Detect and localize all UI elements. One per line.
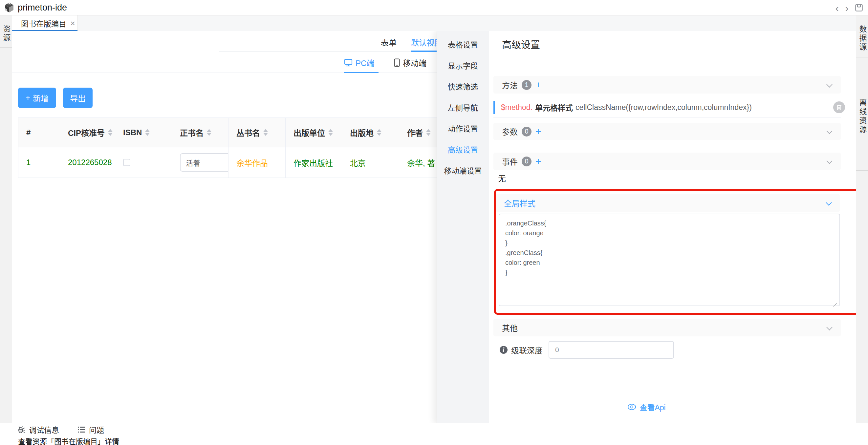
other-label: 其他	[502, 322, 518, 333]
sort-icon[interactable]	[207, 129, 211, 136]
menu-item-left-nav[interactable]: 左侧导航	[437, 97, 489, 118]
status-text: 查看资源「图书在版编目」详情	[18, 436, 119, 445]
sort-icon[interactable]	[263, 129, 268, 136]
add-method-button[interactable]: +	[535, 80, 541, 90]
global-style-label: 全局样式	[504, 197, 535, 209]
cell-isbn	[115, 147, 172, 178]
trash-icon	[836, 104, 842, 110]
menu-item-mobile-settings[interactable]: 移动端设置	[437, 160, 489, 181]
events-empty-text: 无	[498, 172, 506, 184]
add-event-button[interactable]: +	[535, 157, 541, 166]
tab-form[interactable]: 表单	[381, 36, 397, 48]
cascade-depth-label: 级联深度	[511, 344, 542, 356]
params-section-header[interactable]: 参数 0 +	[493, 123, 841, 140]
back-icon[interactable]: ‹	[835, 2, 839, 13]
device-toggle-row: PC端 移动端	[12, 52, 449, 73]
view-tabs: 表单 默认视图	[12, 34, 449, 52]
info-icon	[499, 346, 508, 354]
left-rail: 资源	[0, 15, 12, 423]
export-button-label: 导出	[70, 92, 86, 104]
problems-button[interactable]: 问题	[77, 424, 104, 435]
sort-icon[interactable]	[108, 129, 113, 136]
rail-tab-offline[interactable]: 离线资源	[856, 57, 868, 171]
view-api-link[interactable]: 查看Api	[437, 401, 856, 413]
app-logo-icon	[4, 2, 14, 13]
chevron-down-icon	[826, 199, 832, 205]
monitor-icon	[344, 59, 352, 67]
menu-item-action-settings[interactable]: 动作设置	[437, 118, 489, 139]
chevron-down-icon	[826, 82, 832, 87]
debug-info-button[interactable]: 调试信息	[17, 424, 59, 435]
titlebar-actions: ‹ ›	[835, 0, 863, 15]
cell-series: 余华作品	[228, 147, 286, 178]
method-item-bar	[493, 101, 495, 114]
table-header-row: # CIP核准号 ISBN 正书名 丛书名	[19, 118, 503, 147]
bottom-toolbar: 调试信息 问题	[0, 423, 868, 436]
column-header-series[interactable]: 丛书名	[228, 118, 286, 147]
export-button[interactable]: 导出	[63, 88, 93, 108]
bug-icon	[17, 425, 26, 434]
add-button-label: 新增	[33, 92, 49, 104]
cell-title	[172, 147, 228, 178]
eye-icon	[627, 403, 636, 411]
add-button[interactable]: + 新增	[18, 88, 56, 108]
list-icon	[77, 426, 86, 434]
column-header-title[interactable]: 正书名	[172, 118, 228, 147]
methods-count-badge: 1	[522, 80, 531, 90]
other-section-header[interactable]: 其他	[493, 319, 841, 337]
device-toggle-pc[interactable]: PC端	[344, 57, 374, 68]
global-style-section-header[interactable]: 全局样式	[495, 194, 840, 212]
delete-method-button[interactable]	[833, 101, 845, 113]
titlebar: primeton-ide ‹ ›	[0, 0, 868, 15]
column-header-isbn[interactable]: ISBN	[115, 118, 172, 147]
sort-icon[interactable]	[426, 129, 431, 136]
editor-tab-label: 图书在版编目	[21, 18, 66, 29]
menu-item-quick-filter[interactable]: 快速筛选	[437, 76, 489, 97]
save-icon[interactable]	[855, 3, 863, 12]
device-active-underline	[344, 72, 378, 73]
editor-tab-active-bar	[12, 30, 78, 31]
method-item[interactable]: $method. 单元格样式 cellClassName({row,rowInd…	[493, 99, 841, 116]
cascade-depth-input[interactable]	[549, 341, 674, 359]
methods-section-header[interactable]: 方法 1 +	[493, 76, 841, 94]
rail-tab-resources[interactable]: 资源	[0, 15, 12, 47]
method-prefix: $method.	[501, 103, 532, 112]
methods-label: 方法	[502, 79, 518, 91]
add-param-button[interactable]: +	[535, 127, 541, 136]
sort-icon[interactable]	[377, 129, 381, 136]
rail-tab-datasource[interactable]: 数据源	[856, 15, 868, 57]
global-style-textarea[interactable]: .orangeClass{ color: orange } .greenClas…	[499, 214, 840, 306]
events-count-badge: 0	[522, 157, 531, 166]
settings-menu: 表格设置 显示字段 快速筛选 左侧导航 动作设置 高级设置 移动端设置	[437, 31, 489, 424]
view-api-label: 查看Api	[640, 401, 665, 413]
debug-info-label: 调试信息	[29, 424, 59, 435]
menu-item-table-settings[interactable]: 表格设置	[437, 34, 489, 55]
book-title-input[interactable]	[180, 153, 228, 172]
right-rail: 数据源 离线资源	[856, 15, 868, 423]
sort-icon[interactable]	[145, 129, 150, 136]
panel-title: 高级设置	[502, 37, 540, 51]
settings-content: 高级设置 方法 1 + $method. 单元格样式 cellClassName…	[489, 31, 856, 424]
column-header-cip[interactable]: CIP核准号	[60, 118, 115, 147]
params-label: 参数	[502, 126, 518, 137]
isbn-checkbox[interactable]	[123, 159, 130, 166]
chevron-down-icon	[826, 158, 832, 164]
sort-icon[interactable]	[328, 129, 333, 136]
forward-icon[interactable]: ›	[845, 2, 849, 13]
column-header-index[interactable]: #	[19, 118, 60, 147]
data-table: # CIP核准号 ISBN 正书名 丛书名	[18, 118, 503, 178]
method-name: 单元格样式	[535, 102, 573, 113]
device-toggle-mobile[interactable]: 移动端	[394, 57, 427, 68]
device-mobile-label: 移动端	[403, 57, 427, 68]
params-count-badge: 0	[522, 127, 531, 136]
menu-item-advanced-settings[interactable]: 高级设置	[437, 139, 489, 160]
close-icon[interactable]: ×	[70, 19, 75, 28]
phone-icon	[394, 58, 400, 67]
resize-handle[interactable]	[832, 299, 837, 304]
column-header-publisher[interactable]: 出版单位	[286, 118, 342, 147]
column-header-place[interactable]: 出版地	[342, 118, 399, 147]
menu-item-display-fields[interactable]: 显示字段	[437, 55, 489, 76]
cell-index: 1	[19, 147, 60, 178]
editor-tab[interactable]: 图书在版编目 ×	[12, 15, 78, 31]
events-section-header[interactable]: 事件 0 +	[493, 153, 841, 170]
